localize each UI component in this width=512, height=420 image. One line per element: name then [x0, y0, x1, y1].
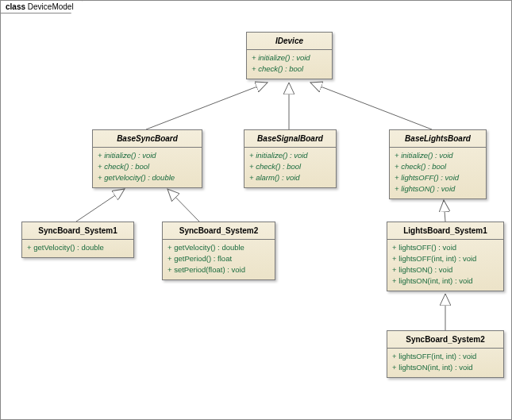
frame-tab: class DeviceModel — [1, 1, 83, 13]
op: + initialize() : void — [249, 150, 331, 161]
svg-line-0 — [146, 83, 268, 129]
class-title: SyncBoard_System2 — [163, 222, 275, 240]
op: + getPeriod() : float — [167, 253, 270, 264]
op: + initialize() : void — [98, 150, 197, 161]
class-title: SyncBoard_System1 — [22, 222, 133, 240]
op: + initialize() : void — [395, 150, 481, 161]
class-ops: + initialize() : void + check() : bool — [247, 50, 332, 79]
op: + getVelocity() : double — [98, 172, 197, 183]
class-ops: + initialize() : void + check() : bool +… — [390, 148, 486, 198]
op: + setPeriod(float) : void — [167, 264, 270, 276]
class-lightsboard-system1[interactable]: LightsBoard_System1 + lightsOFF() : void… — [387, 222, 504, 291]
class-syncboard-system1[interactable]: SyncBoard_System1 + getVelocity() : doub… — [21, 222, 134, 258]
op: + lightsON() : void — [392, 264, 499, 276]
op: + initialize() : void — [252, 52, 327, 64]
class-idevice[interactable]: IDevice + initialize() : void + check() … — [246, 32, 333, 79]
class-ops: + initialize() : void + check() : bool +… — [93, 148, 202, 187]
op: + lightsON(int, int) : void — [392, 362, 499, 373]
op: + alarm() : void — [249, 172, 331, 183]
op: + lightsON(int, int) : void — [392, 276, 499, 287]
class-syncboard-system2-lower[interactable]: SyncBoard_System2 + lightsOFF(int, int) … — [387, 330, 504, 378]
class-title: IDevice — [247, 33, 332, 50]
op: + getVelocity() : double — [167, 242, 270, 253]
frame-name: DeviceModel — [28, 2, 74, 11]
op: + lightsOFF() : void — [392, 242, 499, 253]
op: + getVelocity() : double — [27, 242, 129, 253]
op: + check() : bool — [395, 161, 481, 172]
class-syncboard-system2[interactable]: SyncBoard_System2 + getVelocity() : doub… — [162, 222, 275, 280]
op: + lightsOFF(int, int) : void — [392, 253, 499, 264]
class-ops: + lightsOFF() : void + lightsOFF(int, in… — [387, 240, 503, 291]
class-ops: + initialize() : void + check() : bool +… — [244, 148, 336, 187]
op: + check() : bool — [249, 161, 331, 172]
svg-line-5 — [444, 200, 445, 222]
class-title: SyncBoard_System2 — [387, 331, 503, 349]
class-title: BaseLightsBoard — [390, 130, 486, 148]
class-title: LightsBoard_System1 — [387, 222, 503, 240]
class-title: BaseSignalBoard — [244, 130, 336, 148]
svg-line-3 — [76, 189, 125, 222]
class-basesyncboard[interactable]: BaseSyncBoard + initialize() : void + ch… — [92, 129, 202, 188]
class-ops: + getVelocity() : double — [22, 240, 133, 257]
diagram-canvas: class DeviceModel IDevice + initialize()… — [0, 0, 512, 420]
op: + check() : bool — [252, 64, 327, 75]
frame-kind: class — [6, 2, 25, 11]
class-baselightsboard[interactable]: BaseLightsBoard + initialize() : void + … — [389, 129, 487, 199]
op: + lightsON() : void — [395, 183, 481, 195]
class-title: BaseSyncBoard — [93, 130, 202, 148]
op: + lightsOFF(int, int) : void — [392, 351, 499, 362]
op: + lightsOFF() : void — [395, 172, 481, 183]
class-ops: + lightsOFF(int, int) : void + lightsON(… — [387, 349, 503, 377]
svg-line-4 — [167, 189, 199, 222]
svg-line-2 — [310, 83, 432, 129]
class-ops: + getVelocity() : double + getPeriod() :… — [163, 240, 275, 279]
class-basesignalboard[interactable]: BaseSignalBoard + initialize() : void + … — [244, 129, 337, 188]
op: + check() : bool — [98, 161, 197, 172]
